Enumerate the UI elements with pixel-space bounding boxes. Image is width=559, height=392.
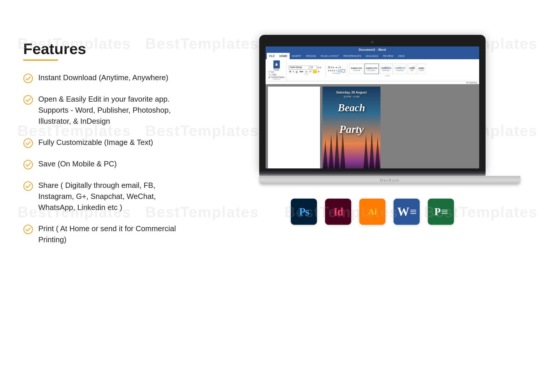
feature-item-6: Print ( At Home or send it for Commercia…	[23, 223, 192, 245]
copy-button[interactable]: ⬜ Copy	[268, 73, 284, 76]
right-column: Document1 - Word FILE HOME INSERT DESIGN…	[209, 35, 536, 225]
flyer-title-party: Party	[322, 124, 381, 135]
cut-button[interactable]: ✂ Cut	[268, 71, 284, 73]
tab-pagelayout[interactable]: PAGE LAYOUT	[318, 53, 341, 59]
numbered-list-btn[interactable]: ≡	[331, 66, 332, 69]
subtitle-style-btn[interactable]: AaBb Subtitl	[417, 64, 426, 74]
publisher-lines	[442, 210, 448, 214]
paste-button[interactable]: 📋 Paste	[273, 60, 280, 71]
strikethrough-button[interactable]: abc	[299, 70, 304, 73]
feature-text-3: Fully Customizable (Image & Text)	[38, 137, 153, 148]
publisher-line-2	[442, 211, 448, 212]
id-label: Id	[333, 205, 343, 218]
illustrator-icon[interactable]: Ai	[359, 199, 385, 225]
word-title-bar: Document1 - Word	[266, 46, 479, 53]
tab-home[interactable]: HOME	[277, 53, 290, 59]
paste-icon: 📋	[273, 60, 280, 69]
sort-btn[interactable]: ↕	[338, 66, 339, 69]
features-title: Features	[23, 41, 192, 57]
feature-item-5: Share ( Digitally through email, FB, Ins…	[23, 180, 192, 213]
font-color[interactable]: A	[318, 70, 319, 73]
svg-point-2	[24, 139, 33, 148]
underline-button[interactable]: U	[295, 70, 298, 73]
no-spacing-style-btn[interactable]: AaBbCcDc 1 No Spac...	[365, 64, 379, 74]
svg-point-0	[24, 74, 33, 83]
check-icon-2	[23, 95, 33, 105]
normal-style-btn[interactable]: AaBbCcDc ¶ Normal	[349, 64, 364, 74]
ai-label: Ai	[368, 207, 377, 216]
laptop-bottom-bar: MacBook	[259, 176, 520, 184]
svg-point-1	[24, 96, 33, 104]
laptop-camera-bar	[266, 40, 479, 44]
clipboard-label: Clipboard	[273, 78, 280, 80]
bold-button[interactable]: B	[289, 70, 292, 73]
publisher-line-3	[442, 213, 448, 214]
feature-item-2: Open & Easily Edit in your favorite app.…	[23, 94, 192, 127]
tab-mailings[interactable]: MAILINGS	[364, 53, 381, 59]
highlight-color[interactable]	[313, 70, 317, 73]
title-style-btn[interactable]: AaBl Title	[408, 64, 416, 74]
features-column: Features Instant Download (Anytime, Anyw…	[23, 35, 192, 256]
bullet-list-btn[interactable]: ☰	[328, 66, 330, 69]
feature-item-3: Fully Customizable (Image & Text)	[23, 137, 192, 148]
publisher-icon[interactable]: P	[428, 199, 454, 225]
word-icon[interactable]: W	[394, 199, 420, 225]
word-line-3	[410, 213, 416, 214]
word-page	[268, 87, 320, 168]
svg-point-5	[24, 225, 33, 234]
word-title-text: Document1 - Word	[359, 48, 386, 51]
indent-more-btn[interactable]: ⇥	[335, 66, 337, 69]
align-left-btn[interactable]: ≡	[328, 69, 329, 72]
align-buttons: ≡ ≡ ≡ ≡ ↕	[328, 69, 345, 72]
font-family-select[interactable]: Calibri (Body)	[289, 66, 309, 70]
check-icon-6	[23, 224, 33, 234]
feature-text-4: Save (On Mobile & PC)	[38, 159, 117, 170]
tab-view[interactable]: VIEW	[396, 53, 407, 59]
shading-btn[interactable]	[338, 69, 341, 72]
software-icons: Ps Id Ai W	[291, 199, 454, 225]
align-center-btn[interactable]: ≡	[330, 69, 331, 72]
subscript-button[interactable]: x₂	[305, 70, 308, 73]
ribbon-styles: AaBbCcDc ¶ Normal AaBbCcDc 1 No Spac... …	[348, 63, 427, 77]
feature-item-1: Instant Download (Anytime, Anywhere)	[23, 72, 192, 83]
laptop-screen: Document1 - Word FILE HOME INSERT DESIGN…	[266, 46, 479, 168]
ribbon-paragraph: ☰ ≡ ⇤ ⇥ ↕ ¶ ≡ ≡ ≡	[326, 63, 347, 77]
justify-btn[interactable]: ≡	[334, 69, 335, 72]
feature-text-5: Share ( Digitally through email, FB, Ins…	[38, 180, 192, 213]
title-underline	[23, 60, 58, 61]
grow-font-btn[interactable]: A	[318, 66, 319, 69]
heading1-style-btn[interactable]: AaBbCc Heading 1	[380, 64, 393, 74]
tab-design[interactable]: DESIGN	[304, 53, 318, 59]
font-size-select[interactable]: 11	[310, 66, 317, 70]
font-controls: Calibri (Body) 11 A A B I U abc	[289, 66, 324, 73]
ai-icon-inner: Ai	[368, 207, 377, 216]
word-lines	[410, 210, 416, 214]
line-spacing-btn[interactable]: ↕	[336, 69, 337, 72]
superscript-button[interactable]: x²	[309, 70, 312, 73]
heading2-style-btn[interactable]: AaBbCcI Heading 2	[394, 64, 407, 74]
format-painter-button[interactable]: 🖌 Format Painter	[268, 76, 284, 78]
show-hide-btn[interactable]: ¶	[340, 66, 341, 69]
shrink-font-btn[interactable]: A	[320, 66, 321, 69]
indent-less-btn[interactable]: ⇤	[333, 66, 335, 69]
publisher-p-label: P	[434, 206, 441, 218]
indesign-icon[interactable]: Id	[325, 199, 351, 225]
italic-button[interactable]: I	[293, 70, 294, 73]
border-btn[interactable]	[342, 69, 345, 72]
word-w-label: W	[397, 205, 410, 219]
check-icon-3	[23, 138, 33, 148]
tab-insert[interactable]: INSERT	[290, 53, 304, 59]
main-layout: Features Instant Download (Anytime, Anyw…	[0, 0, 559, 279]
font-label: Font	[304, 73, 308, 75]
ribbon-font: Calibri (Body) 11 A A B I U abc	[287, 63, 326, 77]
word-line-1	[410, 210, 416, 211]
tab-file[interactable]: FILE	[267, 53, 277, 59]
align-right-btn[interactable]: ≡	[332, 69, 333, 72]
tab-review[interactable]: REVIEW	[381, 53, 396, 59]
feature-item-4: Save (On Mobile & PC)	[23, 159, 192, 170]
tab-references[interactable]: REFERENCES	[341, 53, 364, 59]
no-spacing-indicator: No Spacing	[266, 81, 479, 84]
laptop-camera	[371, 41, 374, 43]
check-icon-5	[23, 181, 33, 191]
photoshop-icon[interactable]: Ps	[291, 199, 317, 225]
